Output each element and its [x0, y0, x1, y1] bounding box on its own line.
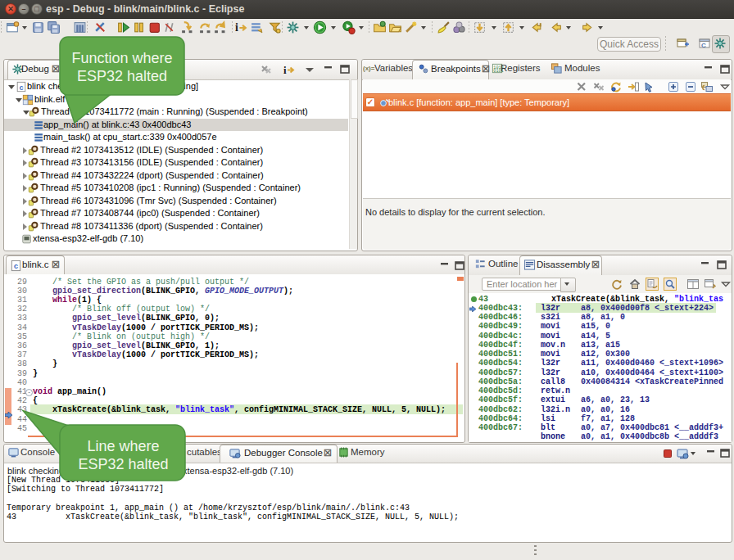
svg-text:c: c — [19, 84, 23, 93]
svg-text:C: C — [701, 42, 706, 49]
svg-text:i: i — [235, 21, 238, 34]
svg-text:(x)=: (x)= — [363, 65, 375, 72]
svg-text:c: c — [14, 262, 19, 271]
svg-text:i: i — [283, 64, 287, 76]
